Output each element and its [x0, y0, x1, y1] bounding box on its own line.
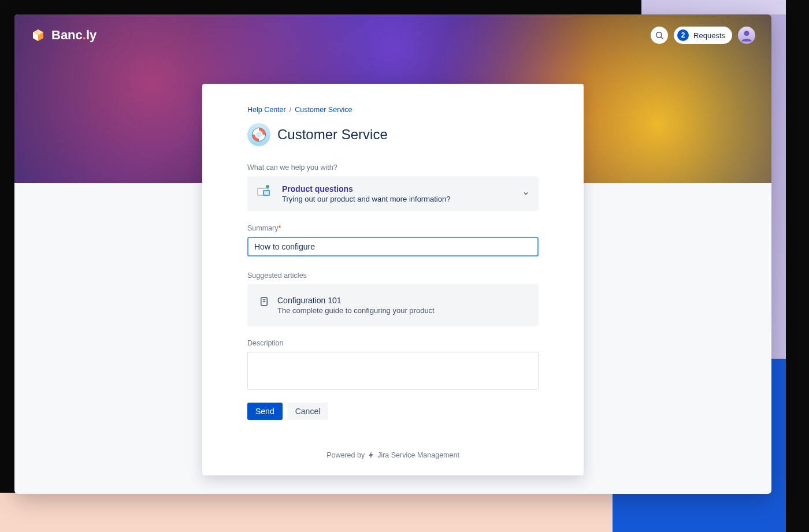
app-window: Banc.ly 2 Requests: [14, 14, 771, 494]
brand-logo-icon: [31, 28, 46, 43]
request-type-select[interactable]: Product questions Trying out our product…: [247, 176, 539, 211]
article-icon: [259, 296, 269, 309]
top-actions: 2 Requests: [651, 27, 755, 44]
search-button[interactable]: [651, 27, 668, 44]
suggested-article[interactable]: Configuration 101 The complete guide to …: [247, 284, 539, 326]
footer-product: Jira Service Management: [377, 451, 459, 459]
svg-point-10: [266, 185, 269, 188]
requests-label: Requests: [693, 31, 725, 40]
footer-powered: Powered by: [326, 451, 365, 459]
cancel-button[interactable]: Cancel: [287, 403, 329, 420]
decor-top-right: [641, 0, 786, 14]
brand[interactable]: Banc.ly: [31, 28, 97, 43]
footer: Powered by Jira Service Management: [247, 451, 539, 459]
decor-bottom-left: [0, 493, 613, 532]
svg-point-0: [656, 32, 662, 38]
chevron-down-icon: [522, 189, 529, 199]
suggested-desc: The complete guide to configuring your p…: [277, 306, 435, 315]
breadcrumb-sep: /: [290, 106, 291, 114]
jira-bolt-icon: [367, 451, 375, 459]
svg-point-2: [744, 31, 749, 36]
summary-label: Summary*: [247, 224, 539, 232]
lifebuoy-icon: [247, 123, 270, 146]
summary-input[interactable]: [247, 237, 539, 256]
breadcrumb-current[interactable]: Customer Service: [295, 106, 352, 114]
topbar: Banc.ly 2 Requests: [14, 14, 771, 56]
title-row: Customer Service: [247, 123, 539, 146]
outer-frame: Banc.ly 2 Requests: [0, 0, 809, 532]
breadcrumb: Help Center / Customer Service: [247, 106, 539, 114]
request-type-title: Product questions: [282, 184, 450, 194]
avatar-button[interactable]: [738, 27, 755, 44]
brand-text: Banc.ly: [51, 28, 97, 43]
page-title: Customer Service: [277, 127, 388, 143]
svg-line-1: [661, 37, 663, 39]
description-label: Description: [247, 339, 539, 347]
suggested-title: Configuration 101: [277, 296, 435, 305]
suggested-label: Suggested articles: [247, 271, 539, 280]
product-questions-icon: [257, 184, 273, 198]
brand-text-pre: Banc: [51, 28, 83, 42]
avatar-icon: [739, 28, 754, 43]
breadcrumb-root[interactable]: Help Center: [247, 106, 286, 114]
svg-rect-9: [264, 191, 269, 195]
requests-badge: 2: [677, 29, 689, 41]
brand-text-post: ly: [86, 28, 97, 42]
requests-button[interactable]: 2 Requests: [674, 27, 732, 44]
help-label: What can we help you with?: [247, 163, 539, 172]
request-card: Help Center / Customer Service Customer …: [202, 84, 584, 475]
description-input[interactable]: [247, 352, 539, 390]
svg-point-4: [256, 132, 262, 137]
button-row: Send Cancel: [247, 403, 539, 420]
search-icon: [655, 31, 664, 40]
send-button[interactable]: Send: [247, 403, 283, 420]
request-type-desc: Trying out our product and want more inf…: [282, 195, 450, 203]
